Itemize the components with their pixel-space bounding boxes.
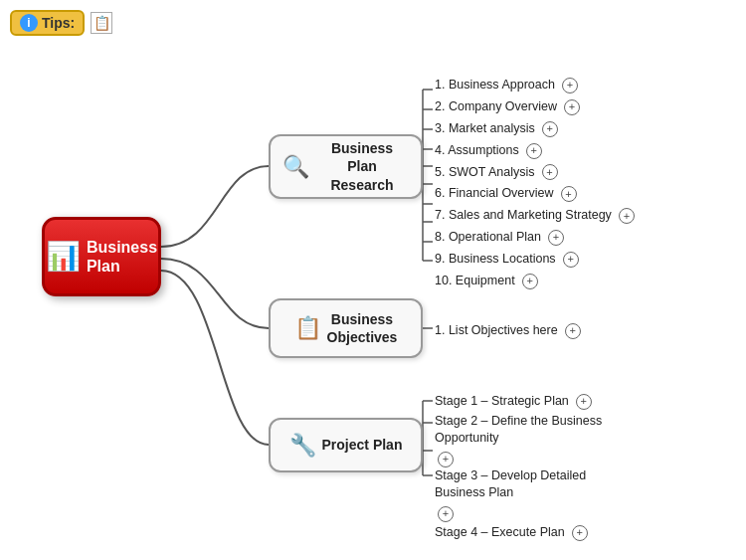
research-item-3: 3. Market analysis + [435, 118, 635, 140]
add-research-10[interactable]: + [522, 274, 538, 289]
central-node-label: Business Plan [87, 238, 157, 276]
tips-label: Tips: [42, 15, 75, 31]
research-item-5: 5. SWOT Analysis + [435, 162, 635, 184]
research-icon: 🔍 [282, 154, 309, 180]
branch-project[interactable]: 🔧 Project Plan [269, 418, 423, 472]
project-item-1: Stage 1 – Strategic Plan + [435, 391, 634, 413]
project-item-3: Stage 3 – Develop Detailed Business Plan… [435, 467, 634, 522]
research-item-4: 4. Assumptions + [435, 140, 635, 162]
tips-bar: i Tips: 📋 [10, 10, 112, 36]
add-research-5[interactable]: + [542, 164, 558, 180]
research-item-2: 2. Company Overview + [435, 96, 635, 118]
research-label: Business Plan Research [315, 139, 409, 194]
research-item-8: 8. Operational Plan + [435, 227, 635, 249]
project-icon: 🔧 [289, 433, 316, 459]
add-research-9[interactable]: + [563, 252, 579, 268]
objectives-item-1: 1. List Objectives here + [435, 320, 581, 342]
research-item-6: 6. Financial Overview + [435, 183, 635, 205]
branch-objectives[interactable]: 📋 Business Objectives [269, 298, 423, 358]
business-plan-icon: 📊 [46, 243, 81, 271]
add-project-2[interactable]: + [438, 452, 454, 467]
project-item-4: Stage 4 – Execute Plan + [435, 522, 634, 544]
research-item-10: 10. Equipment + [435, 271, 635, 292]
branch-research[interactable]: 🔍 Business Plan Research [269, 134, 423, 199]
research-item-1: 1. Business Approach + [435, 75, 635, 96]
project-item-2: Stage 2 – Define the Business Opportunit… [435, 413, 634, 467]
central-node[interactable]: 📊 Business Plan [42, 217, 161, 296]
add-research-3[interactable]: + [542, 121, 558, 137]
objectives-label: Business Objectives [327, 310, 398, 346]
add-project-3[interactable]: + [438, 506, 454, 522]
tips-badge[interactable]: i Tips: [10, 10, 85, 36]
research-item-9: 9. Business Locations + [435, 249, 635, 271]
add-project-4[interactable]: + [572, 525, 588, 541]
add-research-6[interactable]: + [561, 186, 577, 202]
research-list: 1. Business Approach + 2. Company Overvi… [435, 75, 635, 292]
add-research-2[interactable]: + [564, 99, 580, 115]
project-list: Stage 1 – Strategic Plan + Stage 2 – Def… [435, 391, 634, 544]
add-research-7[interactable]: + [619, 208, 635, 224]
objectives-icon: 📋 [294, 315, 321, 341]
project-label: Project Plan [322, 436, 403, 454]
add-project-1[interactable]: + [576, 394, 592, 410]
research-item-7: 7. Sales and Marketing Strategy + [435, 205, 635, 227]
objectives-list: 1. List Objectives here + [435, 320, 581, 342]
notepad-icon[interactable]: 📋 [91, 12, 112, 34]
add-research-4[interactable]: + [526, 143, 542, 159]
add-research-1[interactable]: + [562, 78, 578, 93]
add-objectives-1[interactable]: + [565, 323, 581, 339]
info-icon: i [20, 14, 38, 32]
add-research-8[interactable]: + [548, 230, 564, 246]
